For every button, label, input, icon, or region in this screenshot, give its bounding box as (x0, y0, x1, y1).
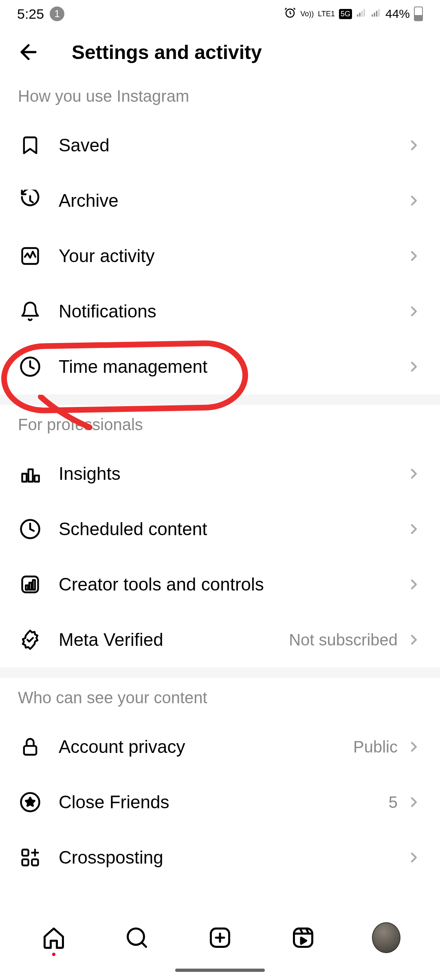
row-label: Meta Verified (59, 630, 289, 650)
crosspost-icon (18, 845, 42, 870)
creator-tools-icon (18, 572, 42, 597)
row-label: Creator tools and controls (59, 574, 406, 595)
chevron-right-icon (406, 248, 422, 264)
verified-badge-icon (18, 628, 42, 652)
row-crossposting[interactable]: Crossposting (0, 830, 440, 885)
row-meta-verified[interactable]: Meta Verified Not subscribed (0, 612, 440, 667)
bookmark-icon (18, 133, 42, 158)
svg-rect-3 (361, 11, 363, 17)
page-title: Settings and activity (72, 41, 262, 63)
row-label: Archive (59, 190, 406, 211)
section-title-usage: How you use Instagram (0, 77, 440, 118)
back-button[interactable] (16, 40, 41, 64)
battery-percent: 44% (385, 7, 410, 21)
row-label: Scheduled content (59, 519, 406, 539)
row-label: Time management (59, 357, 406, 377)
chevron-right-icon (406, 466, 422, 482)
svg-rect-2 (359, 13, 361, 17)
row-archive[interactable]: Archive (0, 173, 440, 228)
row-scheduled-content[interactable]: Scheduled content (0, 501, 440, 557)
bottom-nav (0, 912, 440, 980)
svg-rect-4 (363, 9, 365, 16)
status-time: 5:25 (17, 6, 44, 22)
row-creator-tools[interactable]: Creator tools and controls (0, 557, 440, 612)
chevron-right-icon (406, 359, 422, 375)
lte-label: LTE1 (318, 10, 335, 18)
section-title-privacy: Who can see your content (0, 678, 440, 719)
chevron-right-icon (406, 739, 422, 755)
row-notifications[interactable]: Notifications (0, 284, 440, 339)
nav-search[interactable] (123, 923, 151, 952)
row-account-privacy[interactable]: Account privacy Public (0, 719, 440, 774)
nav-home[interactable] (40, 923, 68, 952)
nav-create[interactable] (206, 923, 234, 952)
chevron-right-icon (406, 192, 422, 209)
chevron-right-icon (406, 303, 422, 319)
activity-icon (18, 244, 42, 268)
svg-rect-12 (29, 469, 33, 481)
svg-rect-26 (294, 929, 312, 947)
archive-icon (18, 188, 42, 213)
row-label: Saved (59, 135, 406, 155)
row-time-management[interactable]: Time management (0, 339, 440, 394)
page-header: Settings and activity (0, 28, 440, 77)
signal-icon-2 (371, 7, 381, 21)
notification-count-badge: 1 (50, 7, 64, 21)
svg-rect-1 (357, 14, 358, 16)
row-label: Account privacy (59, 737, 353, 757)
volte-icon: Vo)) (300, 10, 314, 18)
svg-rect-16 (26, 585, 28, 590)
svg-rect-17 (29, 583, 31, 590)
row-label: Your activity (59, 246, 406, 266)
row-value: 5 (389, 793, 398, 812)
chevron-right-icon (406, 521, 422, 537)
row-label: Insights (59, 464, 406, 484)
lock-icon (18, 735, 42, 759)
nav-profile[interactable] (372, 923, 400, 952)
svg-rect-21 (22, 850, 29, 856)
svg-rect-6 (374, 13, 375, 17)
svg-rect-11 (22, 474, 27, 482)
avatar (372, 922, 400, 953)
insights-icon (18, 462, 42, 486)
clock-icon (18, 517, 42, 541)
star-circle-icon (18, 790, 42, 814)
chevron-right-icon (406, 137, 422, 153)
row-label: Close Friends (59, 792, 389, 812)
bell-icon (18, 299, 42, 324)
battery-icon (414, 7, 423, 21)
chevron-right-icon (406, 849, 422, 866)
row-label: Notifications (59, 301, 406, 322)
row-insights[interactable]: Insights (0, 446, 440, 501)
svg-rect-8 (378, 9, 379, 16)
home-indicator-bar (175, 969, 265, 972)
row-saved[interactable]: Saved (0, 118, 440, 173)
svg-rect-13 (35, 475, 39, 481)
signal-icon (356, 7, 367, 21)
chevron-right-icon (406, 576, 422, 593)
svg-rect-7 (376, 11, 377, 17)
annotation-tail (37, 395, 94, 431)
home-indicator-dot (52, 953, 55, 956)
row-label: Crossposting (59, 847, 406, 868)
row-value: Not subscribed (289, 631, 398, 649)
nav-reels[interactable] (289, 923, 317, 952)
svg-rect-23 (22, 859, 29, 865)
row-close-friends[interactable]: Close Friends 5 (0, 774, 440, 830)
chevron-right-icon (406, 794, 422, 810)
svg-rect-19 (24, 746, 36, 755)
chevron-right-icon (406, 632, 422, 648)
status-bar: 5:25 1 Vo)) LTE1 5G 44% (0, 0, 440, 28)
network-badge: 5G (339, 9, 352, 19)
svg-rect-22 (32, 859, 38, 865)
alarm-icon (284, 7, 296, 22)
svg-rect-5 (372, 14, 373, 16)
row-value: Public (353, 738, 398, 756)
clock-icon (18, 354, 42, 379)
row-your-activity[interactable]: Your activity (0, 228, 440, 284)
svg-rect-18 (33, 580, 35, 590)
